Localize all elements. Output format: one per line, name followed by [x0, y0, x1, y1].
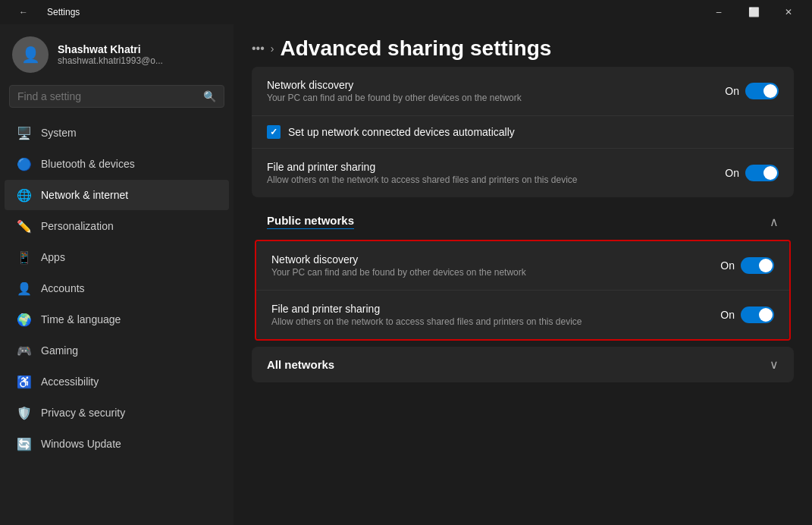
back-button[interactable]: ← — [6, 0, 41, 24]
private-file-sharing-desc: Allow others on the network to access sh… — [267, 174, 725, 185]
public-file-sharing-label: File and printer sharing — [271, 303, 720, 315]
private-network-discovery-desc: Your PC can find and be found by other d… — [267, 93, 725, 103]
content-scroll: Network discovery Your PC can find and b… — [234, 67, 812, 525]
nav-label-personalization: Personalization — [41, 220, 114, 232]
search-box[interactable]: 🔍 — [9, 85, 224, 108]
search-input[interactable] — [17, 90, 197, 102]
titlebar-left: ← Settings — [6, 0, 80, 24]
all-networks-section[interactable]: All networks ∨ — [252, 347, 794, 382]
nav-label-time: Time & language — [41, 313, 121, 325]
nav-icon-update: 🔄 — [17, 436, 32, 451]
public-network-highlight: Network discovery Your PC can find and b… — [255, 240, 791, 341]
auto-setup-label: Set up network connected devices automat… — [288, 126, 515, 138]
public-file-sharing-desc: Allow others on the network to access sh… — [271, 316, 720, 327]
nav-icon-accounts: 👤 — [17, 281, 32, 296]
restore-button[interactable]: ⬜ — [736, 0, 771, 24]
nav-icon-network: 🌐 — [17, 187, 32, 203]
user-email: shashwat.khatri1993@o... — [58, 55, 163, 66]
user-name: Shashwat Khatri — [58, 43, 163, 55]
private-network-discovery-toggle-label: On — [725, 85, 739, 97]
private-network-discovery-label: Network discovery — [267, 79, 725, 91]
public-file-sharing-info: File and printer sharing Allow others on… — [271, 303, 720, 327]
public-network-discovery-info: Network discovery Your PC can find and b… — [271, 253, 720, 278]
nav-label-bluetooth: Bluetooth & devices — [41, 158, 135, 170]
avatar-icon: 👤 — [21, 46, 40, 64]
private-network-discovery-info: Network discovery Your PC can find and b… — [267, 79, 725, 103]
public-network-discovery-toggle[interactable] — [741, 257, 774, 274]
nav-label-system: System — [41, 127, 77, 139]
app-body: 👤 Shashwat Khatri shashwat.khatri1993@o.… — [0, 24, 812, 525]
sidebar-item-apps[interactable]: 📱 Apps — [5, 242, 229, 272]
sidebar-item-time[interactable]: 🌍 Time & language — [5, 304, 229, 335]
public-file-sharing-toggle[interactable] — [741, 307, 774, 323]
private-network-discovery-toggle[interactable] — [745, 83, 779, 99]
private-file-sharing-toggle-label: On — [725, 167, 739, 179]
page-title: Advanced sharing settings — [280, 36, 551, 61]
public-file-sharing-toggle-label: On — [720, 309, 735, 321]
auto-setup-checkbox[interactable] — [267, 125, 281, 139]
private-file-sharing-toggle-group: On — [725, 165, 779, 181]
public-network-discovery-label: Network discovery — [271, 253, 720, 266]
private-network-discovery-row: Network discovery Your PC can find and b… — [252, 67, 794, 116]
nav-list: 🖥️ System 🔵 Bluetooth & devices 🌐 Networ… — [0, 117, 234, 460]
nav-icon-system: 🖥️ — [17, 125, 32, 140]
public-networks-title: Public networks — [267, 214, 354, 229]
breadcrumb-dots[interactable]: ••• — [252, 42, 265, 55]
public-network-discovery-toggle-group: On — [720, 257, 774, 274]
public-network-discovery-desc: Your PC can find and be found by other d… — [271, 267, 720, 278]
titlebar: ← Settings – ⬜ ✕ — [0, 0, 812, 24]
public-file-sharing-toggle-group: On — [720, 307, 774, 323]
nav-label-privacy: Privacy & security — [41, 407, 125, 419]
sidebar-item-accessibility[interactable]: ♿ Accessibility — [5, 366, 229, 397]
nav-label-update: Windows Update — [41, 438, 121, 450]
user-section: 👤 Shashwat Khatri shashwat.khatri1993@o.… — [0, 24, 234, 82]
nav-icon-accessibility: ♿ — [17, 374, 32, 389]
private-file-sharing-info: File and printer sharing Allow others on… — [267, 161, 725, 185]
sidebar-item-gaming[interactable]: 🎮 Gaming — [5, 335, 229, 366]
sidebar-item-system[interactable]: 🖥️ System — [5, 118, 229, 148]
close-button[interactable]: ✕ — [771, 0, 806, 24]
nav-icon-privacy: 🛡️ — [17, 405, 32, 420]
nav-label-network: Network & internet — [41, 189, 128, 201]
nav-label-gaming: Gaming — [41, 344, 78, 357]
nav-icon-personalization: ✏️ — [17, 218, 32, 234]
public-networks-header[interactable]: Public networks ∧ — [252, 203, 794, 240]
nav-icon-bluetooth: 🔵 — [17, 156, 32, 171]
user-info: Shashwat Khatri shashwat.khatri1993@o... — [58, 43, 163, 66]
nav-label-apps: Apps — [41, 251, 65, 263]
content-header: ••• › Advanced sharing settings — [234, 24, 812, 67]
nav-label-accounts: Accounts — [41, 282, 85, 294]
sidebar: 👤 Shashwat Khatri shashwat.khatri1993@o.… — [0, 24, 234, 525]
sidebar-item-bluetooth[interactable]: 🔵 Bluetooth & devices — [5, 149, 229, 179]
nav-icon-apps: 📱 — [17, 250, 32, 265]
private-file-sharing-label: File and printer sharing — [267, 161, 725, 173]
nav-icon-time: 🌍 — [17, 312, 32, 327]
private-network-discovery-toggle-group: On — [725, 83, 779, 99]
search-icon: 🔍 — [203, 90, 216, 102]
public-file-sharing-row: File and printer sharing Allow others on… — [256, 291, 789, 339]
private-file-sharing-toggle[interactable] — [745, 165, 779, 181]
nav-label-accessibility: Accessibility — [41, 376, 99, 388]
avatar: 👤 — [12, 36, 49, 73]
minimize-button[interactable]: – — [701, 0, 736, 24]
sidebar-item-personalization[interactable]: ✏️ Personalization — [5, 211, 229, 241]
all-networks-chevron: ∨ — [770, 357, 779, 372]
sidebar-item-privacy[interactable]: 🛡️ Privacy & security — [5, 398, 229, 428]
breadcrumb-chevron: › — [271, 42, 274, 55]
auto-setup-checkbox-row: Set up network connected devices automat… — [252, 116, 794, 149]
public-network-discovery-row: Network discovery Your PC can find and b… — [256, 241, 789, 291]
public-network-section: Network discovery Your PC can find and b… — [256, 241, 789, 339]
content-area: ••• › Advanced sharing settings Network … — [234, 24, 812, 525]
all-networks-title: All networks — [267, 358, 334, 371]
nav-icon-gaming: 🎮 — [17, 343, 32, 358]
sidebar-item-network[interactable]: 🌐 Network & internet — [5, 180, 229, 210]
sidebar-item-accounts[interactable]: 👤 Accounts — [5, 273, 229, 303]
private-network-section: Network discovery Your PC can find and b… — [252, 67, 794, 197]
public-networks-chevron: ∧ — [770, 215, 779, 229]
public-network-discovery-toggle-label: On — [720, 259, 735, 272]
private-file-sharing-row: File and printer sharing Allow others on… — [252, 149, 794, 197]
titlebar-title: Settings — [47, 7, 80, 17]
titlebar-controls: – ⬜ ✕ — [701, 0, 806, 24]
sidebar-item-update[interactable]: 🔄 Windows Update — [5, 429, 229, 459]
